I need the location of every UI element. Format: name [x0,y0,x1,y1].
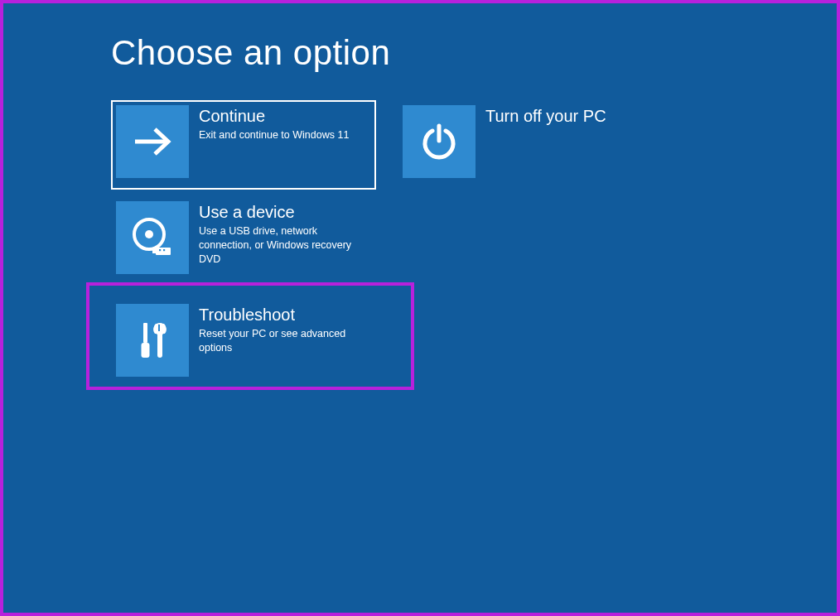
grid-spacer [398,196,663,286]
use-a-device-desc: Use a USB drive, network connection, or … [199,224,368,267]
troubleshoot-title: Troubleshoot [199,306,368,324]
troubleshoot-desc: Reset your PC or see advanced options [199,327,368,355]
troubleshoot-text: Troubleshoot Reset your PC or see advanc… [199,304,371,355]
use-a-device-tile[interactable]: Use a device Use a USB drive, network co… [111,196,376,286]
svg-rect-7 [163,249,165,251]
svg-rect-4 [156,248,171,255]
disc-usb-icon [116,201,189,274]
continue-tile[interactable]: Continue Exit and continue to Windows 11 [111,100,376,190]
svg-rect-6 [159,249,161,251]
use-a-device-title: Use a device [199,203,368,221]
use-a-device-text: Use a device Use a USB drive, network co… [199,201,371,267]
continue-desc: Exit and continue to Windows 11 [199,128,349,142]
turnoff-title: Turn off your PC [485,107,606,125]
svg-rect-8 [143,323,147,343]
power-icon [403,105,476,178]
tools-icon [116,304,189,377]
svg-point-3 [145,230,153,238]
options-grid: Continue Exit and continue to Windows 11… [111,100,663,382]
svg-rect-5 [152,249,157,253]
page-title: Choose an option [111,33,390,73]
continue-text: Continue Exit and continue to Windows 11 [199,105,352,142]
continue-title: Continue [199,107,349,125]
svg-rect-9 [142,343,150,358]
turnoff-tile[interactable]: Turn off your PC [398,100,663,190]
arrow-right-icon [116,105,189,178]
turnoff-text: Turn off your PC [485,105,610,128]
troubleshoot-tile[interactable]: Troubleshoot Reset your PC or see advanc… [111,299,376,382]
